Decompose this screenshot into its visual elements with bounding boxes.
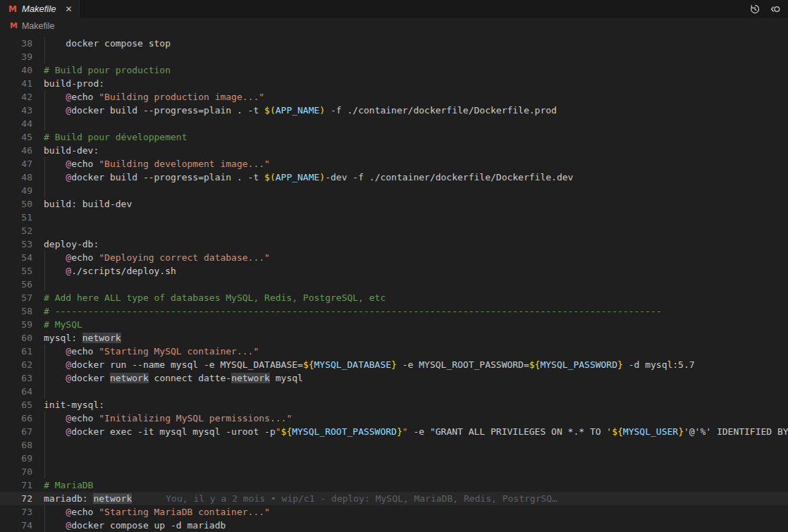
code-line[interactable]: 40# Build pour production (0, 63, 788, 77)
line-number[interactable]: 39 (0, 50, 32, 63)
line-number[interactable]: 46 (0, 144, 32, 157)
code-line[interactable]: 61 @echo "Starting MySQL container..." (0, 345, 788, 358)
tab-makefile[interactable]: M Makefile ✕ (0, 0, 80, 18)
line-number[interactable]: 69 (0, 452, 32, 465)
code-line[interactable]: 45# Build pour développement (0, 130, 788, 144)
line-content: # MariaDB (44, 478, 788, 492)
editor-pane[interactable]: 38 docker compose stop3940# Build pour p… (0, 34, 788, 532)
code-line[interactable]: 50build: build-dev (0, 197, 788, 211)
code-line[interactable]: 57# Add here ALL type of databases MySQL… (0, 291, 788, 304)
line-number[interactable]: 73 (0, 505, 32, 519)
line-number[interactable]: 64 (0, 385, 32, 398)
line-number[interactable]: 45 (0, 130, 32, 144)
line-number[interactable]: 57 (0, 291, 32, 304)
line-number[interactable]: 49 (0, 184, 32, 197)
line-content: @docker compose up -d mariadb (44, 519, 788, 532)
code-line[interactable]: 74 @docker compose up -d mariadb (0, 519, 788, 532)
code-token: } (397, 426, 402, 437)
code-line[interactable]: 43 @docker build --progress=plain . -t $… (0, 104, 788, 117)
code-line[interactable]: 66 @echo "Initializing MySQL permissions… (0, 412, 788, 425)
line-content: @echo "Initializing MySQL permissions...… (44, 412, 788, 425)
code-token (44, 252, 66, 263)
code-line[interactable]: 55 @./scripts/deploy.sh (0, 264, 788, 278)
line-number[interactable]: 42 (0, 90, 32, 104)
line-number[interactable]: 38 (0, 37, 32, 50)
code-token: docker compose stop (44, 38, 171, 49)
line-content (44, 465, 788, 478)
code-line[interactable]: 72mariadb: networkYou, il y a 2 mois • w… (0, 492, 788, 505)
line-number[interactable]: 58 (0, 304, 32, 318)
line-number[interactable]: 53 (0, 237, 32, 251)
line-number[interactable]: 51 (0, 211, 32, 224)
line-number[interactable]: 50 (0, 197, 32, 211)
line-number[interactable]: 59 (0, 318, 32, 331)
code-line[interactable]: 64 (0, 385, 788, 398)
line-number[interactable]: 65 (0, 398, 32, 412)
line-number[interactable]: 70 (0, 465, 32, 478)
line-number[interactable]: 41 (0, 77, 32, 90)
line-number[interactable]: 54 (0, 251, 32, 264)
line-number[interactable]: 44 (0, 117, 32, 130)
code-line[interactable]: 54 @echo "Deploying correct database..." (0, 251, 788, 264)
code-line[interactable]: 51 (0, 211, 788, 224)
code-token: mysql (270, 373, 303, 383)
code-line[interactable]: 38 docker compose stop (0, 37, 788, 50)
line-content (44, 385, 788, 398)
code-token: # --------------------------------------… (44, 306, 662, 316)
line-number[interactable]: 68 (0, 438, 32, 452)
code-line[interactable]: 41build-prod: (0, 77, 788, 90)
code-token: echo (71, 413, 99, 423)
breadcrumb-item-makefile[interactable]: Makefile (22, 21, 55, 31)
code-line[interactable]: 44 (0, 117, 788, 130)
line-number[interactable]: 55 (0, 264, 32, 278)
line-number[interactable]: 74 (0, 519, 32, 532)
code-line[interactable]: 68 (0, 438, 788, 452)
code-line[interactable]: 70 (0, 465, 788, 478)
code-line[interactable]: 39 (0, 50, 788, 63)
line-content: build-prod: (44, 77, 788, 90)
line-number[interactable]: 63 (0, 371, 32, 385)
line-number[interactable]: 66 (0, 412, 32, 425)
code-line[interactable]: 52 (0, 224, 788, 237)
code-line[interactable]: 47 @echo "Building development image..." (0, 157, 788, 171)
line-number[interactable]: 72 (0, 492, 32, 505)
history-icon[interactable] (749, 4, 761, 15)
code-line[interactable]: 46build-dev: (0, 144, 788, 157)
line-number[interactable]: 56 (0, 278, 32, 291)
code-line[interactable]: 69 (0, 452, 788, 465)
code-token: @ (66, 426, 71, 437)
line-number[interactable]: 52 (0, 224, 32, 237)
code-line[interactable]: 56 (0, 278, 788, 291)
code-line[interactable]: 48 @docker build --progress=plain . -t $… (0, 171, 788, 184)
line-number[interactable]: 62 (0, 358, 32, 371)
code-line[interactable]: 58# ------------------------------------… (0, 304, 788, 318)
line-number[interactable]: 48 (0, 171, 32, 184)
line-number[interactable]: 67 (0, 425, 32, 438)
code-token: " (402, 426, 408, 437)
line-number[interactable]: 71 (0, 478, 32, 492)
code-token: } (391, 359, 397, 370)
line-number[interactable]: 60 (0, 331, 32, 345)
code-token: "Starting MariaDB container..." (99, 507, 270, 517)
line-number[interactable]: 61 (0, 345, 32, 358)
code-line[interactable]: 71# MariaDB (0, 478, 788, 492)
code-line[interactable]: 73 @echo "Starting MariaDB container..." (0, 505, 788, 519)
close-icon[interactable]: ✕ (65, 5, 72, 13)
line-number[interactable]: 47 (0, 157, 32, 171)
line-number[interactable]: 43 (0, 104, 32, 117)
code-line[interactable]: 65init-mysql: (0, 398, 788, 412)
code-token: echo (71, 346, 99, 357)
code-line[interactable]: 59# MySQL (0, 318, 788, 331)
code-line[interactable]: 42 @echo "Building production image..." (0, 90, 788, 104)
code-line[interactable]: 67 @docker exec -it mysql mysql -uroot -… (0, 425, 788, 438)
code-line[interactable]: 60mysql: network (0, 331, 788, 345)
code-line[interactable]: 53deploy-db: (0, 237, 788, 251)
code-line[interactable]: 63 @docker network connect datte-network… (0, 371, 788, 385)
breadcrumb[interactable]: M Makefile (0, 18, 788, 34)
code-token: } (617, 359, 623, 370)
code-line[interactable]: 49 (0, 184, 788, 197)
open-changes-icon[interactable] (770, 4, 781, 15)
code-line[interactable]: 62 @docker run --name mysql -e MYSQL_DAT… (0, 358, 788, 371)
code-token: @ (66, 359, 71, 370)
line-number[interactable]: 40 (0, 63, 32, 77)
